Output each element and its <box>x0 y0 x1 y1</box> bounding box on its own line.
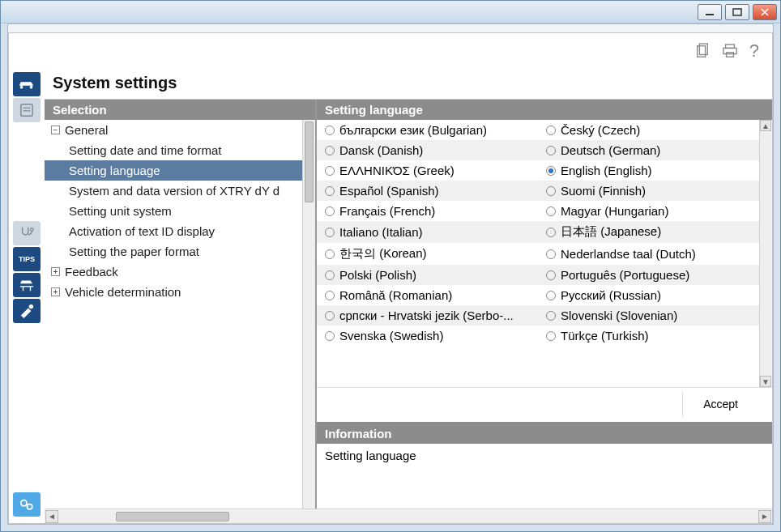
svg-rect-0 <box>706 14 714 15</box>
language-option[interactable]: Español (Spanish) <box>317 181 538 201</box>
language-option[interactable]: српски - Hrvatski jezik (Serbo-... <box>317 305 538 326</box>
language-option[interactable]: Polski (Polish) <box>317 265 538 285</box>
language-option[interactable]: Türkçe (Turkish) <box>538 326 759 346</box>
language-label: 한국의 (Korean) <box>339 246 427 262</box>
radio-icon[interactable] <box>546 166 556 176</box>
document-icon[interactable] <box>13 98 41 122</box>
radio-icon[interactable] <box>546 270 556 280</box>
help-button[interactable]: ? <box>749 40 759 62</box>
radio-icon[interactable] <box>546 126 556 135</box>
tree-item-label: General <box>65 123 108 137</box>
window-close-button[interactable] <box>753 4 777 20</box>
left-rail: TIPS <box>9 69 45 523</box>
tree-scroll-thumb[interactable] <box>305 121 314 202</box>
svg-rect-8 <box>726 53 733 57</box>
language-option[interactable]: Dansk (Danish) <box>317 140 538 160</box>
language-option[interactable]: Magyar (Hungarian) <box>538 201 759 221</box>
language-label: Nederlandse taal (Dutch) <box>561 247 696 261</box>
radio-icon[interactable] <box>325 206 335 216</box>
language-option[interactable]: Português (Portuguese) <box>538 265 759 285</box>
stethoscope-icon[interactable] <box>13 221 41 245</box>
language-option[interactable]: Nederlandse taal (Dutch) <box>538 243 759 265</box>
language-label: Español (Spanish) <box>339 184 439 198</box>
expand-icon[interactable]: + <box>51 287 60 296</box>
radio-icon[interactable] <box>325 311 335 321</box>
radio-icon[interactable] <box>546 228 556 237</box>
page-title: System settings <box>45 69 772 99</box>
tips-icon[interactable]: TIPS <box>13 247 41 271</box>
collapse-icon[interactable]: − <box>51 126 60 134</box>
language-option[interactable]: Svenska (Swedish) <box>317 326 538 346</box>
language-option[interactable]: English (English) <box>538 160 759 181</box>
tree-item-label: Vehicle determination <box>65 285 181 299</box>
radio-icon[interactable] <box>325 249 335 259</box>
radio-icon[interactable] <box>325 228 335 237</box>
language-label: Polski (Polish) <box>339 268 416 282</box>
language-label: Русский (Russian) <box>561 288 661 302</box>
tree-item-label: Setting date and time format <box>69 143 221 157</box>
tree-item[interactable]: Setting the paper format <box>45 241 315 262</box>
tool-icon[interactable] <box>13 299 41 323</box>
car-lift-icon[interactable] <box>13 273 41 297</box>
app-window: ? TIPS <box>0 0 781 532</box>
radio-icon[interactable] <box>546 311 556 321</box>
radio-icon[interactable] <box>325 166 335 176</box>
print-icon[interactable] <box>722 42 738 60</box>
scroll-left-arrow[interactable]: ◄ <box>45 510 58 523</box>
radio-icon[interactable] <box>325 270 335 280</box>
content-frame: ? TIPS <box>8 32 773 524</box>
radio-icon[interactable] <box>325 291 335 300</box>
h-scroll-thumb[interactable] <box>116 512 229 521</box>
radio-icon[interactable] <box>546 331 556 341</box>
tree-item-label: Activation of text ID display <box>69 224 215 238</box>
tree-item[interactable]: +Feedback <box>45 262 315 282</box>
radio-icon[interactable] <box>546 249 556 259</box>
tree-item[interactable]: +Vehicle determination <box>45 282 315 302</box>
horizontal-scrollbar[interactable]: ◄ ► <box>45 509 772 523</box>
language-option[interactable]: 한국의 (Korean) <box>317 243 538 265</box>
tree-item[interactable]: Setting date and time format <box>45 140 315 160</box>
radio-icon[interactable] <box>325 146 335 155</box>
radio-icon[interactable] <box>325 126 335 135</box>
window-minimize-button[interactable] <box>698 4 722 20</box>
language-option[interactable]: Français (French) <box>317 201 538 221</box>
language-option[interactable]: български език (Bulgarian) <box>317 120 538 140</box>
tree-scrollbar[interactable] <box>302 120 315 509</box>
radio-icon[interactable] <box>546 146 556 155</box>
language-option[interactable]: Slovenski (Slovenian) <box>538 305 759 326</box>
tree-item[interactable]: Setting language <box>45 160 315 181</box>
language-scrollbar[interactable]: ▲ ▼ <box>759 120 772 387</box>
radio-icon[interactable] <box>546 186 556 196</box>
selection-tree: −GeneralSetting date and time formatSett… <box>45 120 315 302</box>
language-label: Suomi (Finnish) <box>561 184 646 198</box>
gears-icon[interactable] <box>13 492 41 517</box>
radio-icon[interactable] <box>325 331 335 341</box>
language-option[interactable]: ΕΛΛΗΝΙΚΌΣ (Greek) <box>317 160 538 181</box>
language-label: 日本語 (Japanese) <box>561 224 661 240</box>
tree-item[interactable]: Activation of text ID display <box>45 221 315 241</box>
scroll-right-arrow[interactable]: ► <box>758 510 771 523</box>
language-option[interactable]: Română (Romanian) <box>317 285 538 305</box>
radio-icon[interactable] <box>546 291 556 300</box>
language-label: Dansk (Danish) <box>339 143 423 157</box>
expand-icon[interactable]: + <box>51 267 60 276</box>
language-option[interactable]: Český (Czech) <box>538 120 759 140</box>
tree-item[interactable]: −General <box>45 120 315 140</box>
language-option[interactable]: Suomi (Finnish) <box>538 181 759 201</box>
language-option[interactable]: Italiano (Italian) <box>317 221 538 243</box>
radio-icon[interactable] <box>546 206 556 216</box>
tree-item[interactable]: Setting unit system <box>45 201 315 221</box>
tree-item-label: Setting language <box>69 164 160 177</box>
copy-icon[interactable] <box>694 42 711 60</box>
scroll-down-arrow[interactable]: ▼ <box>760 376 771 387</box>
radio-icon[interactable] <box>325 186 335 196</box>
language-option[interactable]: Русский (Russian) <box>538 285 759 305</box>
language-option[interactable]: Deutsch (German) <box>538 140 759 160</box>
tree-item[interactable]: System and data version of XTRY dY d <box>45 181 315 201</box>
scroll-up-arrow[interactable]: ▲ <box>760 120 771 131</box>
accept-button[interactable]: Accept <box>682 391 759 417</box>
window-maximize-button[interactable] <box>725 4 749 20</box>
language-label: Český (Czech) <box>561 123 640 137</box>
vehicle-icon[interactable] <box>13 72 41 96</box>
language-option[interactable]: 日本語 (Japanese) <box>538 221 759 243</box>
